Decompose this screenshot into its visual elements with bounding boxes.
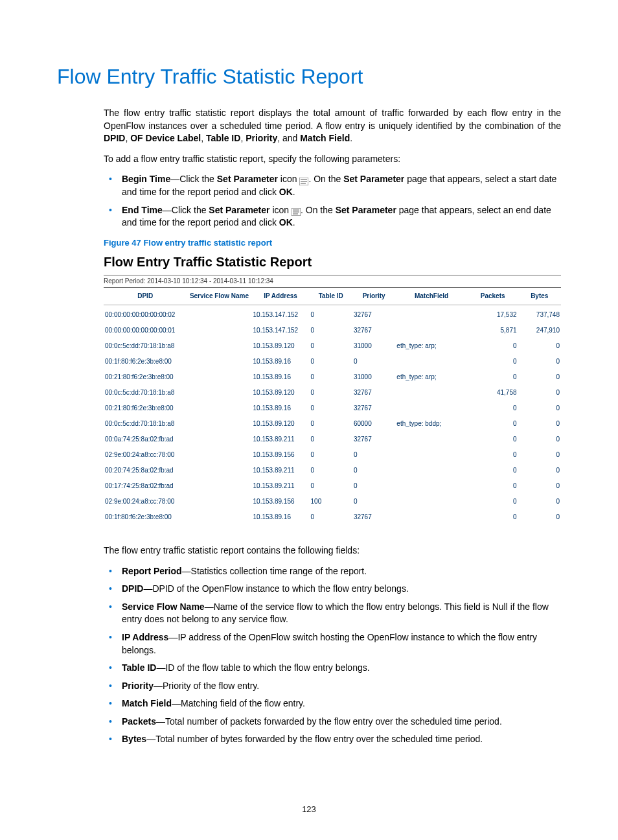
cell-bytes: 0 xyxy=(518,385,561,401)
cell-priority: 0 xyxy=(352,354,395,369)
col-dpid: DPID xyxy=(104,288,187,305)
field-label: Match Field xyxy=(122,698,172,708)
cell-packets: 0 xyxy=(468,509,518,525)
cell-priority: 0 xyxy=(352,494,395,509)
param-bold: Set Parameter xyxy=(217,174,278,184)
cell-bytes: 0 xyxy=(518,447,561,463)
cell-packets: 5,871 xyxy=(468,323,518,338)
cell-service-flow-name xyxy=(187,416,251,432)
param-bold: OK xyxy=(279,217,293,228)
param-text: . On the xyxy=(301,205,336,215)
field-item: DPID—DPID of the OpenFlow instance to wh… xyxy=(104,583,561,596)
table-row: 02:9e:00:24:a8:cc:78:0010.153.89.1561000… xyxy=(104,494,561,509)
table-row: 00:17:74:25:8a:02:fb:ad10.153.89.2110000 xyxy=(104,478,561,494)
table-row: 00:0c:5c:dd:70:18:1b:a810.153.89.1200327… xyxy=(104,385,561,401)
cell-bytes: 0 xyxy=(518,338,561,354)
cell-table-id: 0 xyxy=(310,323,352,338)
table-row: 00:20:74:25:8a:02:fb:ad10.153.89.2110000 xyxy=(104,463,561,478)
cell-service-flow-name xyxy=(187,369,251,385)
intro-sep-4: . xyxy=(350,133,352,143)
col-packets: Packets xyxy=(468,288,518,305)
cell-priority: 32767 xyxy=(352,401,395,416)
cell-dpid: 00:00:00:00:00:00:00:01 xyxy=(104,323,187,338)
fields-intro: The flow entry traffic statistic report … xyxy=(104,544,561,557)
cell-ip-address: 10.153.89.211 xyxy=(252,432,310,447)
cell-table-id: 100 xyxy=(310,494,352,509)
param-text: —Click the xyxy=(163,205,209,215)
table-row: 00:21:80:f6:2e:3b:e8:0010.153.89.1603100… xyxy=(104,369,561,385)
cell-ip-address: 10.153.89.16 xyxy=(252,354,310,369)
param-text: —Click the xyxy=(170,174,217,184)
cell-service-flow-name xyxy=(187,432,251,447)
cell-ip-address: 10.153.89.16 xyxy=(252,401,310,416)
cell-bytes: 0 xyxy=(518,463,561,478)
cell-packets: 0 xyxy=(468,401,518,416)
param-begin-time: Begin Time—Click the Set Parameter icon … xyxy=(104,173,561,198)
cell-packets: 17,532 xyxy=(468,305,518,323)
cell-match-field: eth_type: arp; xyxy=(395,369,467,385)
cell-table-id: 0 xyxy=(310,432,352,447)
cell-dpid: 02:9e:00:24:a8:cc:78:00 xyxy=(104,494,187,509)
intro-bold-1: OF Device Label xyxy=(130,133,201,143)
cell-match-field: eth_type: bddp; xyxy=(395,416,467,432)
cell-priority: 0 xyxy=(352,447,395,463)
cell-bytes: 0 xyxy=(518,509,561,525)
intro-bold-0: DPID xyxy=(104,133,125,143)
cell-ip-address: 10.153.89.156 xyxy=(252,494,310,509)
cell-bytes: 0 xyxy=(518,432,561,447)
intro-bold-3: Priority xyxy=(246,133,277,143)
cell-match-field: eth_type: arp; xyxy=(395,338,467,354)
cell-service-flow-name xyxy=(187,385,251,401)
cell-priority: 32767 xyxy=(352,509,395,525)
cell-bytes: 0 xyxy=(518,494,561,509)
intro-paragraph: The flow entry traffic statistic report … xyxy=(104,107,561,145)
report-table: DPID Service Flow Name IP Address Table … xyxy=(104,288,561,525)
intro-sep-1: , xyxy=(201,133,206,143)
cell-match-field xyxy=(395,478,467,494)
intro-bold-4: Match Field xyxy=(300,133,350,143)
cell-dpid: 00:0a:74:25:8a:02:fb:ad xyxy=(104,432,187,447)
set-parameter-icon xyxy=(292,207,301,215)
cell-service-flow-name xyxy=(187,494,251,509)
field-desc: —Total number of bytes forwarded by the … xyxy=(146,734,483,744)
param-bold: Set Parameter xyxy=(336,205,396,215)
cell-service-flow-name xyxy=(187,463,251,478)
cell-service-flow-name xyxy=(187,447,251,463)
table-row: 00:0c:5c:dd:70:18:1b:a810.153.89.1200310… xyxy=(104,338,561,354)
cell-dpid: 00:1f:80:f6:2e:3b:e8:00 xyxy=(104,509,187,525)
cell-packets: 0 xyxy=(468,416,518,432)
cell-match-field xyxy=(395,305,467,323)
cell-ip-address: 10.153.89.120 xyxy=(252,416,310,432)
table-row: 00:00:00:00:00:00:00:0110.153.147.152032… xyxy=(104,323,561,338)
cell-priority: 0 xyxy=(352,463,395,478)
field-desc: —IP address of the OpenFlow switch hosti… xyxy=(122,632,537,655)
field-label: Report Period xyxy=(122,566,182,576)
cell-bytes: 0 xyxy=(518,354,561,369)
cell-bytes: 0 xyxy=(518,369,561,385)
cell-service-flow-name xyxy=(187,354,251,369)
cell-packets: 0 xyxy=(468,354,518,369)
param-text: . xyxy=(293,217,295,228)
field-desc: —ID of the flow table to which the flow … xyxy=(156,662,369,673)
cell-match-field xyxy=(395,401,467,416)
cell-dpid: 00:0c:5c:dd:70:18:1b:a8 xyxy=(104,416,187,432)
col-service-flow-name: Service Flow Name xyxy=(187,288,251,305)
cell-ip-address: 10.153.89.211 xyxy=(252,478,310,494)
cell-ip-address: 10.153.89.120 xyxy=(252,385,310,401)
cell-ip-address: 10.153.89.120 xyxy=(252,338,310,354)
page-number: 123 xyxy=(0,804,618,814)
cell-match-field xyxy=(395,463,467,478)
cell-priority: 32767 xyxy=(352,385,395,401)
cell-table-id: 0 xyxy=(310,447,352,463)
cell-packets: 0 xyxy=(468,478,518,494)
cell-priority: 60000 xyxy=(352,416,395,432)
field-item: Table ID—ID of the flow table to which t… xyxy=(104,662,561,675)
intro-text: The flow entry traffic statistic report … xyxy=(104,108,561,131)
cell-dpid: 00:1f:80:f6:2e:3b:e8:00 xyxy=(104,354,187,369)
cell-table-id: 0 xyxy=(310,385,352,401)
cell-dpid: 00:20:74:25:8a:02:fb:ad xyxy=(104,463,187,478)
col-match-field: MatchField xyxy=(395,288,467,305)
cell-dpid: 00:21:80:f6:2e:3b:e8:00 xyxy=(104,369,187,385)
cell-ip-address: 10.153.89.211 xyxy=(252,463,310,478)
param-end-time: End Time—Click the Set Parameter icon . … xyxy=(104,204,561,229)
